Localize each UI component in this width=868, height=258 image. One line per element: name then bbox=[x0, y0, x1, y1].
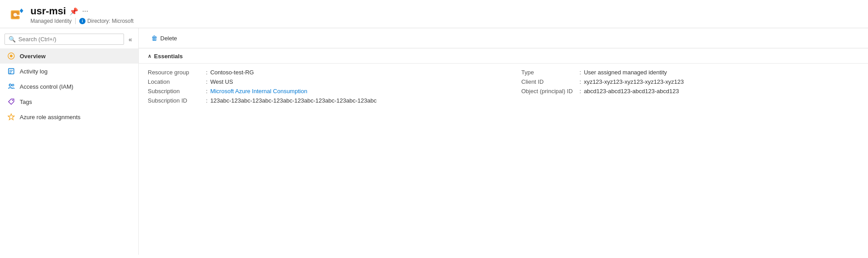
sidebar-item-activity-log[interactable]: Activity log bbox=[0, 64, 138, 79]
access-control-icon bbox=[7, 82, 15, 90]
sidebar-item-activity-log-label: Activity log bbox=[20, 68, 47, 75]
info-icon: i bbox=[79, 18, 86, 24]
sidebar-item-azure-role-label: Azure role assignments bbox=[20, 114, 81, 120]
sidebar-item-access-control[interactable]: Access control (IAM) bbox=[0, 79, 138, 94]
svg-rect-4 bbox=[19, 15, 21, 17]
svg-point-13 bbox=[12, 84, 14, 86]
sidebar-item-azure-role-assignments[interactable]: Azure role assignments bbox=[0, 109, 138, 125]
collapse-essentials-icon[interactable]: ∧ bbox=[148, 53, 151, 59]
header-actions: 📌 ··· bbox=[69, 7, 88, 16]
pin-icon[interactable]: 📌 bbox=[69, 7, 78, 16]
field-resource-group: Resource group : Contoso-test-RG bbox=[148, 69, 504, 76]
sidebar-item-access-control-label: Access control (IAM) bbox=[20, 83, 73, 90]
resource-group-value: Contoso-test-RG bbox=[210, 69, 254, 76]
search-icon: 🔍 bbox=[9, 36, 16, 43]
sidebar-item-overview-label: Overview bbox=[20, 53, 46, 60]
subscription-id-label: Subscription ID bbox=[148, 97, 206, 104]
directory-label: Directory: Microsoft bbox=[87, 18, 133, 24]
svg-marker-15 bbox=[8, 114, 14, 120]
location-value: West US bbox=[210, 78, 233, 85]
field-client-id: Client ID : xyz123-xyz123-xyz123-xyz123-… bbox=[522, 78, 859, 85]
toolbar: 🗑 Delete bbox=[139, 28, 868, 48]
essentials-left-column: Resource group : Contoso-test-RG Locatio… bbox=[148, 69, 504, 104]
svg-point-12 bbox=[9, 84, 12, 86]
delete-label: Delete bbox=[160, 35, 177, 42]
object-id-label: Object (principal) ID bbox=[522, 88, 580, 95]
resource-icon bbox=[9, 7, 25, 23]
azure-role-icon bbox=[7, 113, 15, 121]
essentials-right-column: Type : User assigned managed identity Cl… bbox=[504, 69, 859, 104]
client-id-label: Client ID bbox=[522, 78, 580, 85]
svg-marker-5 bbox=[20, 9, 23, 13]
delete-icon: 🗑 bbox=[151, 34, 158, 42]
header-title-block: usr-msi 📌 ··· Managed Identity i Directo… bbox=[30, 5, 133, 24]
resource-group-label: Resource group bbox=[148, 69, 206, 76]
search-box[interactable]: 🔍 bbox=[4, 34, 124, 45]
resource-name: usr-msi bbox=[30, 5, 66, 17]
field-subscription-id: Subscription ID : 123abc-123abc-123abc-1… bbox=[148, 97, 504, 104]
collapse-button[interactable]: « bbox=[127, 34, 134, 45]
sidebar-item-tags[interactable]: Tags bbox=[0, 94, 138, 109]
sidebar-item-overview[interactable]: Overview bbox=[0, 48, 138, 64]
essentials-header: ∧ Essentials bbox=[139, 48, 868, 64]
location-label: Location bbox=[148, 78, 206, 85]
svg-point-2 bbox=[13, 13, 17, 17]
more-options-icon[interactable]: ··· bbox=[82, 7, 88, 15]
type-value: User assigned managed identity bbox=[584, 69, 667, 76]
essentials-grid: Resource group : Contoso-test-RG Locatio… bbox=[139, 64, 868, 109]
sidebar-item-tags-label: Tags bbox=[20, 99, 32, 105]
svg-point-14 bbox=[12, 100, 13, 101]
essentials-label: Essentials bbox=[154, 53, 183, 60]
main-layout: 🔍 « Overview bbox=[0, 28, 868, 255]
subscription-value[interactable]: Microsoft Azure Internal Consumption bbox=[210, 88, 308, 95]
activity-log-icon bbox=[7, 67, 15, 75]
svg-point-7 bbox=[10, 55, 13, 57]
client-id-value: xyz123-xyz123-xyz123-xyz123-xyz123 bbox=[584, 78, 684, 85]
field-subscription: Subscription : Microsoft Azure Internal … bbox=[148, 88, 504, 95]
object-id-value: abcd123-abcd123-abcd123-abcd123 bbox=[584, 88, 679, 95]
field-type: Type : User assigned managed identity bbox=[522, 69, 859, 76]
main-content: 🗑 Delete ∧ Essentials Resource group : C… bbox=[139, 28, 868, 255]
type-label: Type bbox=[522, 69, 580, 76]
tags-icon bbox=[7, 98, 15, 106]
search-container: 🔍 « bbox=[0, 32, 138, 48]
field-object-id: Object (principal) ID : abcd123-abcd123-… bbox=[522, 88, 859, 95]
subtitle-divider bbox=[75, 18, 76, 24]
delete-button[interactable]: 🗑 Delete bbox=[148, 33, 181, 43]
page-header: usr-msi 📌 ··· Managed Identity i Directo… bbox=[0, 0, 868, 28]
directory-info: i Directory: Microsoft bbox=[79, 18, 133, 24]
search-input[interactable] bbox=[18, 36, 120, 43]
overview-icon bbox=[7, 52, 15, 60]
sidebar: 🔍 « Overview bbox=[0, 28, 139, 255]
subscription-id-value: 123abc-123abc-123abc-123abc-123abc-123ab… bbox=[210, 97, 377, 104]
subscription-label: Subscription bbox=[148, 88, 206, 95]
field-location: Location : West US bbox=[148, 78, 504, 85]
header-subtitle: Managed Identity i Directory: Microsoft bbox=[30, 18, 133, 24]
resource-type-label: Managed Identity bbox=[30, 18, 72, 24]
